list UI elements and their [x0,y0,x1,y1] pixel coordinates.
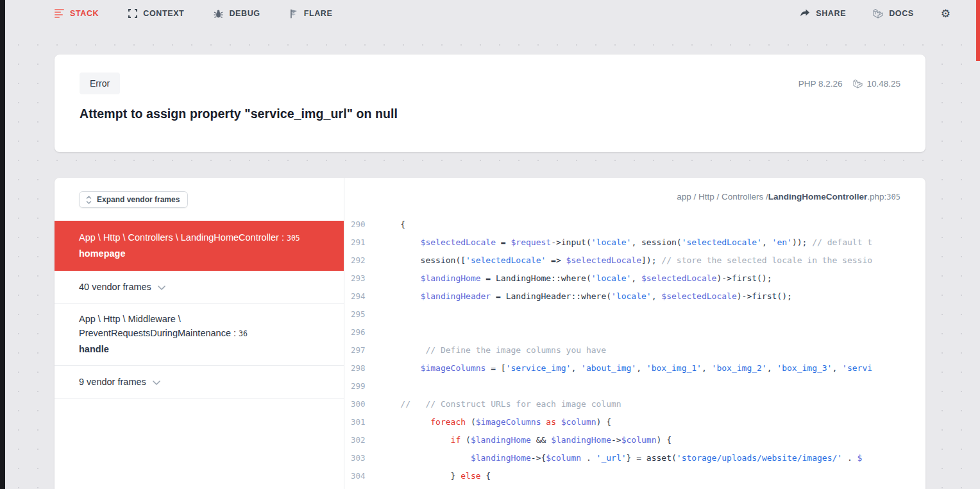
breadcrumb-path: app / Http / Controllers / [677,192,768,202]
line-number: 299 [351,381,371,391]
frame-path: App \ Http \ Controllers \ LandingHomeCo… [79,230,319,245]
top-navigation: STACK CONTEXT DEBUG [5,0,980,27]
window-edge-bar [0,0,5,489]
code-line: 302 if ($landingHome && $landingHome->$c… [344,431,925,449]
tab-context[interactable]: CONTEXT [128,9,184,18]
vendor-frames-toggle-bottom[interactable]: 9 vendor frames [55,366,344,399]
frame-line-number: 305 [287,234,300,243]
chevron-down-icon [153,381,160,385]
tab-flare-label: FLARE [304,9,333,18]
vendor-frames-label: 40 vendor frames [79,282,151,292]
code-line: 304 } else { [344,467,925,485]
code-line: 292 session(['selectedLocale' => $select… [344,251,925,269]
breadcrumb-extension: .php [867,192,884,202]
breadcrumb-line-number: 305 [886,193,900,202]
vendor-frames-label: 9 vendor frames [79,377,146,387]
line-number: 298 [351,363,371,373]
settings-gear-icon[interactable]: ⚙ [941,8,950,19]
code-line: 295 [344,305,925,323]
docs-button[interactable]: DOCS [873,8,914,19]
stack-frame-middleware[interactable]: App \ Http \ Middleware \PreventRequests… [55,304,344,366]
line-number: 301 [351,417,371,427]
frame-path: App \ Http \ Middleware \PreventRequests… [79,312,319,341]
error-type-badge: Error [80,73,120,94]
line-number: 291 [351,237,371,247]
line-number: 300 [351,399,371,409]
code-editor: app / Http / Controllers / LandingHomeCo… [344,178,925,489]
code-line: 291 $selectedLocale = $request->input('l… [344,233,925,251]
expand-collapse-icon [86,196,92,204]
stack-trace-card: Expand vendor frames App \ Http \ Contro… [55,178,925,489]
line-number: 296 [351,327,371,337]
line-number: 294 [351,291,371,301]
flare-flag-icon [290,9,298,19]
nav-tabs: STACK CONTEXT DEBUG [55,8,332,19]
share-label: SHARE [816,9,846,18]
line-number: 292 [351,255,371,265]
error-message: Attempt to assign property "service_img_… [80,107,900,121]
laravel-version-icon [853,79,863,89]
nav-actions: SHARE DOCS ⚙ [800,8,950,19]
code-line: 294 $landingHeader = LandingHeader::wher… [344,287,925,305]
tab-stack[interactable]: STACK [55,8,99,19]
share-arrow-icon [800,9,810,18]
tab-debug-label: DEBUG [229,9,260,18]
expand-vendor-frames-button[interactable]: Expand vendor frames [79,191,188,208]
frame-line-number: 36 [239,329,248,338]
tab-flare[interactable]: FLARE [290,9,333,19]
scrollbar-thumb[interactable] [976,0,980,61]
stack-lines-icon [55,8,64,19]
bug-icon [214,9,223,19]
line-number: 303 [351,453,371,463]
main-content: Error PHP 8.2.26 10.48.25 Attempt to ass… [5,27,980,489]
php-version: PHP 8.2.26 [798,79,843,89]
context-brackets-icon [128,9,137,18]
breadcrumb-filename: LandingHomeController [768,192,868,202]
line-number: 290 [351,219,371,229]
code-line: 290 { [344,215,925,233]
laravel-logo-icon [873,8,883,19]
code-line: 301 foreach ($imageColumns as $column) { [344,413,925,431]
file-breadcrumb: app / Http / Controllers / LandingHomeCo… [344,192,925,202]
code-line: 300 // // Construct URLs for each image … [344,395,925,413]
frame-method: handle [79,342,319,356]
code-line: 303 $landingHome->{$column . '_url'} = a… [344,449,925,467]
tab-stack-label: STACK [70,9,99,18]
chevron-down-icon [158,286,165,290]
expand-vendor-frames-label: Expand vendor frames [97,195,180,204]
vendor-frames-toggle-top[interactable]: 40 vendor frames [55,271,344,304]
code-line: 293 $landingHome = LandingHome::where('l… [344,269,925,287]
code-line: 299 [344,377,925,395]
stack-frame-active[interactable]: App \ Http \ Controllers \ LandingHomeCo… [55,221,344,271]
tab-debug[interactable]: DEBUG [214,9,260,19]
line-number: 297 [351,345,371,355]
line-number: 302 [351,435,371,445]
code-line: 298 $imageColumns = ['service_img', 'abo… [344,359,925,377]
code-line: 297 // Define the image columns you have [344,341,925,359]
frames-sidebar: Expand vendor frames App \ Http \ Contro… [55,178,344,489]
code-line: 296 [344,323,925,341]
error-card: Error PHP 8.2.26 10.48.25 Attempt to ass… [55,55,925,152]
laravel-version: 10.48.25 [866,79,900,89]
code-lines: 290 {291 $selectedLocale = $request->inp… [344,215,925,485]
docs-label: DOCS [889,9,914,18]
runtime-versions: PHP 8.2.26 10.48.25 [798,79,900,89]
share-button[interactable]: SHARE [800,9,846,18]
tab-context-label: CONTEXT [143,9,184,18]
frame-method: homepage [79,246,319,261]
line-number: 304 [351,471,371,481]
line-number: 293 [351,273,371,283]
line-number: 295 [351,309,371,319]
